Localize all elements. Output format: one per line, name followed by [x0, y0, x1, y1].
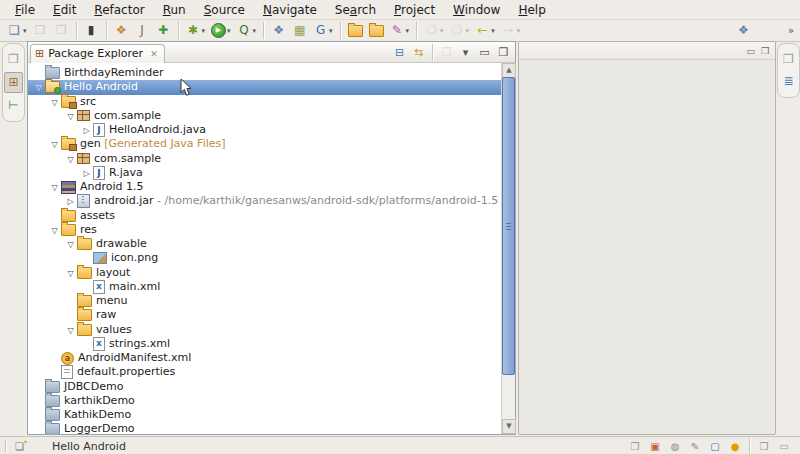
tree-item-loggerdemo[interactable]: LoggerDemo: [28, 422, 502, 434]
back-button[interactable]: ←▾: [473, 21, 497, 40]
last-edit-location-button[interactable]: ❍▾: [422, 21, 446, 40]
dropdown-arrow-icon[interactable]: ▾: [23, 27, 27, 35]
expand-arrow-icon[interactable]: ▽: [48, 224, 61, 238]
add-element-button[interactable]: ✚: [154, 21, 173, 40]
menu-window[interactable]: Window: [444, 2, 509, 18]
package-explorer-fastview-button[interactable]: ⊞: [4, 72, 23, 93]
expand-arrow-icon[interactable]: ▽: [64, 153, 77, 167]
expand-arrow-icon[interactable]: ▽: [64, 324, 77, 338]
trim-java-button[interactable]: ●: [726, 437, 744, 454]
expand-arrow-icon[interactable]: ▽: [48, 96, 61, 110]
dropdown-arrow-icon[interactable]: ▾: [202, 27, 206, 35]
menu-edit[interactable]: Edit: [44, 2, 85, 18]
menu-file[interactable]: File: [6, 2, 44, 18]
import-resource-button[interactable]: [367, 21, 386, 40]
tree-item-androidmanifest-xml[interactable]: AndroidManifest.xml: [28, 351, 502, 365]
type-hierarchy-button[interactable]: ⊢: [5, 96, 22, 115]
trim-console-button[interactable]: ▢: [706, 437, 724, 454]
new-java-project-button[interactable]: ❖: [112, 21, 131, 40]
run-button[interactable]: ▶▾: [209, 21, 233, 40]
expand-arrow-icon[interactable]: ▽: [48, 181, 61, 195]
dropdown-arrow-icon[interactable]: ▾: [491, 27, 495, 35]
new-java-class-button[interactable]: J: [133, 21, 152, 40]
new-android-project-button[interactable]: ❖: [269, 21, 288, 40]
menu-help[interactable]: Help: [509, 2, 554, 18]
dropdown-arrow-icon[interactable]: ▾: [517, 27, 521, 35]
scroll-up-button[interactable]: ▲: [502, 63, 516, 78]
tree-item-src[interactable]: ▽src: [28, 95, 502, 109]
search-button[interactable]: ✎▾: [388, 21, 412, 40]
tree-item-raw[interactable]: raw: [28, 308, 502, 322]
open-perspective-button[interactable]: ❖: [734, 21, 753, 40]
tree-item-helloandroid-java[interactable]: ▷HelloAndroid.java: [28, 123, 502, 137]
collapse-all-button[interactable]: ⊟: [391, 43, 408, 62]
restore-view-button[interactable]: ❐: [780, 50, 797, 69]
tree-item-birthdayreminder[interactable]: BirthdayReminder: [28, 66, 502, 80]
tree-item-layout[interactable]: ▽layout: [28, 266, 502, 280]
tree-item-com-sample[interactable]: ▽com.sample: [28, 109, 502, 123]
expand-arrow-icon[interactable]: ▽: [32, 81, 45, 95]
tree-item-values[interactable]: ▽values: [28, 323, 502, 337]
open-file-button[interactable]: [346, 21, 365, 40]
tree-item-res[interactable]: ▽res: [28, 223, 502, 237]
maximize-view-button[interactable]: ❒: [495, 43, 512, 62]
dropdown-arrow-icon[interactable]: ▾: [227, 27, 231, 35]
tree-item-com-sample[interactable]: ▽com.sample: [28, 152, 502, 166]
tree-item-menu[interactable]: menu: [28, 294, 502, 308]
android-device-button[interactable]: ▮: [82, 21, 101, 40]
tree-item-r-java[interactable]: ▷R.java: [28, 166, 502, 180]
tree-item-android-jar[interactable]: ▷android.jar - /home/karthik/ganesanws/a…: [28, 194, 502, 208]
restore-view-button[interactable]: ❐: [5, 50, 22, 69]
scroll-down-button[interactable]: ▼: [502, 419, 516, 434]
link-with-editor-button[interactable]: ⇆: [410, 43, 427, 62]
forward-button[interactable]: →▾: [499, 21, 523, 40]
trim-editor-area-button[interactable]: ▭: [775, 437, 793, 454]
tree-item-gen[interactable]: ▽gen [Generated Java Files]: [28, 137, 502, 151]
menu-navigate[interactable]: Navigate: [254, 2, 326, 18]
next-annotation-button[interactable]: ❍▾: [448, 21, 472, 40]
new-wizard-button[interactable]: ❑▾: [5, 21, 29, 40]
tree-item-jdbcdemo[interactable]: JDBCDemo: [28, 380, 502, 394]
trim-progress-button[interactable]: ◍: [666, 437, 684, 454]
tree-item-default-properties[interactable]: default.properties: [28, 365, 502, 379]
close-icon[interactable]: ✕: [150, 49, 158, 59]
expand-arrow-icon[interactable]: ▷: [80, 167, 93, 181]
menu-search[interactable]: Search: [326, 2, 385, 18]
perspective-chevron-icon[interactable]: »: [788, 25, 794, 36]
view-menu-button[interactable]: ▾: [457, 43, 474, 62]
tree-item-drawable[interactable]: ▽drawable: [28, 237, 502, 251]
tree-item-karthikdemo[interactable]: karthikDemo: [28, 394, 502, 408]
tree-item-hello-android[interactable]: ▽Hello Android: [28, 80, 502, 94]
gwt-compile-button[interactable]: G▾: [311, 21, 335, 40]
expand-arrow-icon[interactable]: ▽: [64, 110, 77, 124]
expand-arrow-icon[interactable]: ▽: [64, 238, 77, 252]
tree-item-main-xml[interactable]: main.xml: [28, 280, 502, 294]
trim-problems-button[interactable]: ▣: [646, 437, 664, 454]
tab-package-explorer[interactable]: ⊞ Package Explorer ✕: [30, 44, 165, 64]
maximize-icon[interactable]: ❒: [761, 46, 769, 56]
focus-view-button[interactable]: ❒: [438, 43, 455, 62]
save-button[interactable]: ❒: [31, 21, 50, 40]
dropdown-arrow-icon[interactable]: ▾: [329, 27, 333, 35]
expand-arrow-icon[interactable]: ▷: [80, 124, 93, 138]
trim-restore-button[interactable]: ❐: [626, 437, 644, 454]
dropdown-arrow-icon[interactable]: ▾: [253, 27, 257, 35]
android-sdk-manager-button[interactable]: ▦: [290, 21, 309, 40]
trim-edit-button[interactable]: ✎: [686, 437, 704, 454]
debug-button[interactable]: ✱▾: [184, 21, 208, 40]
vertical-scrollbar[interactable]: ▲ ▼: [501, 63, 515, 434]
menu-project[interactable]: Project: [385, 2, 444, 18]
tree-item-strings-xml[interactable]: strings.xml: [28, 337, 502, 351]
menu-source[interactable]: Source: [195, 2, 254, 18]
dropdown-arrow-icon[interactable]: ▾: [440, 27, 444, 35]
run-external-button[interactable]: Q▾: [235, 21, 259, 40]
outline-view-button[interactable]: ≣: [780, 72, 797, 91]
dropdown-arrow-icon[interactable]: ▾: [406, 27, 410, 35]
trim-restore-editor-button[interactable]: ❐: [755, 437, 773, 454]
dropdown-arrow-icon[interactable]: ▾: [466, 27, 470, 35]
expand-arrow-icon[interactable]: ▽: [64, 267, 77, 281]
menu-refactor[interactable]: Refactor: [85, 2, 153, 18]
tree-item-android-1-5[interactable]: ▽Android 1.5: [28, 180, 502, 194]
tree-item-kathikdemo[interactable]: KathikDemo: [28, 408, 502, 422]
tree-item-icon-png[interactable]: icon.png: [28, 251, 502, 265]
